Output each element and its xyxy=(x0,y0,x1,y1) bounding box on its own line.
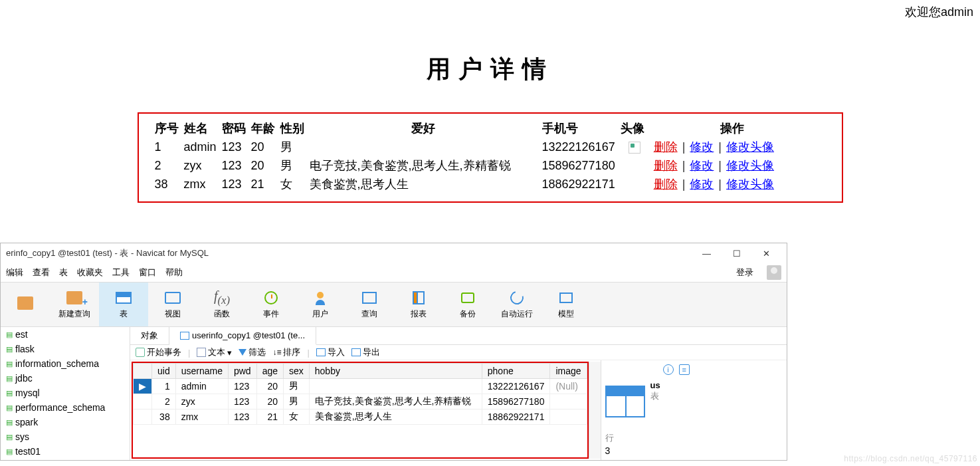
text-button[interactable]: 文本 ▾ xyxy=(197,346,232,358)
edit-link[interactable]: 修改 xyxy=(690,177,714,191)
sidebar-item-test01[interactable]: ▤test01 xyxy=(1,444,130,459)
tool-自动运行[interactable]: 自动运行 xyxy=(492,283,541,326)
delete-link[interactable]: 删除 xyxy=(654,177,678,191)
import-button[interactable]: 导入 xyxy=(316,346,345,358)
table-row: 38zmx12321女美食鉴赏,思考人生18862922171删除 | 修改 |… xyxy=(152,175,777,193)
edit-link[interactable]: 修改 xyxy=(690,140,714,154)
export-button[interactable]: 导出 xyxy=(351,346,380,358)
cell-hobby[interactable]: 电子竞技,美食鉴赏,思考人生,养精蓄锐 xyxy=(309,394,482,409)
cell-sex[interactable]: 女 xyxy=(284,409,310,425)
edit-avatar-link[interactable]: 修改头像 xyxy=(726,177,774,191)
cell-image[interactable] xyxy=(550,394,587,409)
sort-button[interactable]: ↓≡排序 xyxy=(272,346,300,358)
minimize-button[interactable]: — xyxy=(692,249,722,259)
cell-uid[interactable]: 2 xyxy=(152,394,176,409)
sidebar-item-mysql[interactable]: ▤mysql xyxy=(1,386,130,400)
cell-pwd[interactable]: 123 xyxy=(228,409,256,425)
filter-button[interactable]: 筛选 xyxy=(239,346,266,358)
close-button[interactable]: ✕ xyxy=(751,249,781,259)
ddl-icon[interactable]: ≡ xyxy=(679,364,690,375)
cell-uid[interactable]: 38 xyxy=(152,409,176,425)
edit-link[interactable]: 修改 xyxy=(690,159,714,172)
menu-help[interactable]: 帮助 xyxy=(165,267,183,279)
tool-conn[interactable] xyxy=(1,283,50,326)
delete-link[interactable]: 删除 xyxy=(654,159,678,172)
col-image[interactable]: image xyxy=(550,364,587,379)
tab-userinfo[interactable]: userinfo_copy1 @test01 (te... xyxy=(169,327,316,345)
cell-pwd[interactable]: 123 xyxy=(228,379,256,394)
tab-objects[interactable]: 对象 xyxy=(130,327,169,344)
col-pwd[interactable]: pwd xyxy=(228,364,256,379)
grid-row[interactable]: ▶1admin12320男13222126167(Null) xyxy=(134,379,587,394)
menu-table[interactable]: 表 xyxy=(59,267,68,279)
cell-age: 21 xyxy=(248,175,278,193)
delete-link[interactable]: 删除 xyxy=(654,140,678,154)
cell-image[interactable] xyxy=(550,409,587,425)
sidebar-item-sys[interactable]: ▤sys xyxy=(1,429,130,444)
maximize-button[interactable]: ☐ xyxy=(722,249,751,259)
cell-username[interactable]: zmx xyxy=(175,409,228,425)
menu-edit[interactable]: 编辑 xyxy=(6,267,23,279)
cell-age[interactable]: 20 xyxy=(256,379,283,394)
tool-报表[interactable]: 报表 xyxy=(394,283,443,326)
sidebar-item-jdbc[interactable]: ▤jdbc xyxy=(1,371,130,386)
begin-transaction-button[interactable]: 开始事务 xyxy=(136,346,181,358)
col-phone[interactable]: phone xyxy=(482,364,550,379)
tool-事件[interactable]: 事件 xyxy=(246,283,296,326)
cell-pwd: 123 xyxy=(219,138,248,156)
cell-hobby[interactable]: 美食鉴赏,思考人生 xyxy=(309,409,482,425)
tool-模型[interactable]: 模型 xyxy=(541,283,591,326)
sidebar-item-est[interactable]: ▤est xyxy=(1,327,130,342)
cell-sex[interactable]: 男 xyxy=(284,394,310,409)
tool-视图[interactable]: 视图 xyxy=(148,283,197,326)
tool-label: 事件 xyxy=(263,308,279,320)
col-hobby[interactable]: hobby xyxy=(309,364,482,379)
th-pwd: 密码 xyxy=(219,119,248,138)
user-avatar-icon[interactable] xyxy=(767,265,781,280)
tool-表[interactable]: 表 xyxy=(99,283,148,326)
edit-avatar-link[interactable]: 修改头像 xyxy=(726,140,774,154)
sidebar-item-spark[interactable]: ▤spark xyxy=(1,415,130,429)
cell-username[interactable]: admin xyxy=(175,379,228,394)
grid-row[interactable]: 2zyx12320男电子竞技,美食鉴赏,思考人生,养精蓄锐15896277180 xyxy=(134,394,587,409)
tool-label: 函数 xyxy=(214,308,230,320)
database-icon: ▤ xyxy=(6,447,13,456)
menu-tools[interactable]: 工具 xyxy=(112,267,130,279)
info-icon[interactable]: i xyxy=(663,364,674,375)
tool-函数[interactable]: f(x)函数 xyxy=(197,283,246,326)
col-age[interactable]: age xyxy=(256,364,283,379)
cell-phone[interactable]: 13222126167 xyxy=(482,379,550,394)
cell-age[interactable]: 21 xyxy=(256,409,283,425)
sidebar-item-performance_schema[interactable]: ▤performance_schema xyxy=(1,400,130,415)
tool-新建查询[interactable]: 新建查询 xyxy=(50,283,99,326)
menu-favorites[interactable]: 收藏夹 xyxy=(77,267,103,279)
login-link[interactable]: 登录 xyxy=(736,267,753,279)
row-indicator: ▶ xyxy=(134,379,152,394)
cell-phone[interactable]: 18862922171 xyxy=(482,409,550,425)
cell-pwd[interactable]: 123 xyxy=(228,394,256,409)
menu-window[interactable]: 窗口 xyxy=(139,267,156,279)
cell-age[interactable]: 20 xyxy=(256,394,283,409)
cell-sex[interactable]: 男 xyxy=(284,379,310,394)
cell-uid[interactable]: 1 xyxy=(152,379,176,394)
tool-用户[interactable]: 用户 xyxy=(296,283,345,326)
cell-phone[interactable]: 15896277180 xyxy=(482,394,550,409)
vertical-scrollbar[interactable] xyxy=(589,362,601,459)
database-icon: ▤ xyxy=(6,433,13,441)
col-sex[interactable]: sex xyxy=(284,364,310,379)
rows-count: 3 xyxy=(605,445,690,456)
col-uid[interactable]: uid xyxy=(152,364,176,379)
cell-hobby[interactable] xyxy=(309,379,482,394)
tool-备份[interactable]: 备份 xyxy=(443,283,492,326)
cell-username[interactable]: zyx xyxy=(175,394,228,409)
sidebar-item-information_schema[interactable]: ▤information_schema xyxy=(1,356,130,371)
tool-查询[interactable]: 查询 xyxy=(345,283,394,326)
col-username[interactable]: username xyxy=(175,364,228,379)
grid-row[interactable]: 38zmx12321女美食鉴赏,思考人生18862922171 xyxy=(134,409,587,425)
model-icon xyxy=(557,290,575,306)
data-grid[interactable]: uidusernamepwdagesexhobbyphoneimage ▶1ad… xyxy=(133,363,587,425)
sidebar-item-flask[interactable]: ▤flask xyxy=(1,342,130,356)
cell-image[interactable]: (Null) xyxy=(550,379,587,394)
menu-view[interactable]: 查看 xyxy=(33,267,50,279)
edit-avatar-link[interactable]: 修改头像 xyxy=(726,159,774,172)
